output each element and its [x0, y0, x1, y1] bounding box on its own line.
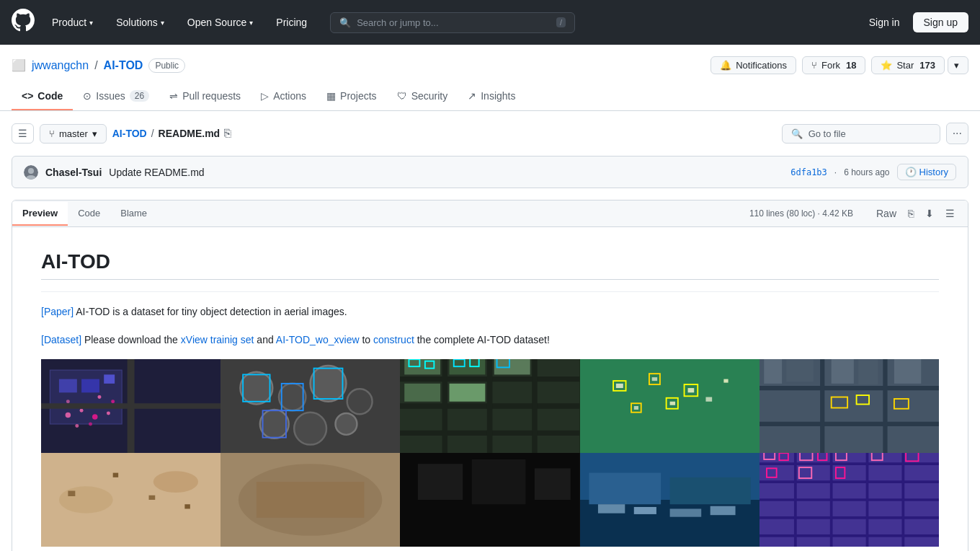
code-tab-preview[interactable]: Preview	[12, 202, 68, 226]
breadcrumb-file: README.md	[159, 128, 220, 139]
svg-rect-82	[113, 473, 118, 477]
svg-rect-53	[687, 388, 694, 392]
xview-link[interactable]: xView trainig set	[181, 334, 254, 345]
tab-insights[interactable]: ↗ Insights	[458, 83, 525, 110]
svg-point-26	[336, 413, 357, 435]
image-cell-7	[220, 453, 400, 547]
svg-rect-70	[786, 359, 813, 382]
svg-point-79	[59, 486, 113, 513]
star-button[interactable]: ⭐ Star 173	[871, 56, 945, 74]
repo-name[interactable]: AI-TOD	[104, 59, 143, 72]
commit-message: Update README.md	[109, 167, 204, 178]
search-box-container: 🔍 Search or jump to... /	[330, 12, 575, 33]
readme-content: AI-TOD [Paper] AI-TOD is a dataset for t…	[12, 227, 968, 551]
image-row-2	[41, 453, 939, 547]
svg-point-14	[66, 400, 70, 403]
code-tab-code[interactable]: Code	[68, 202, 110, 226]
image-cell-5	[760, 359, 939, 453]
svg-point-80	[153, 471, 198, 493]
svg-point-24	[260, 410, 289, 438]
svg-rect-81	[68, 491, 75, 496]
code-tab-blame[interactable]: Blame	[110, 202, 157, 226]
svg-rect-91	[472, 459, 526, 504]
download-button[interactable]: ⬇	[922, 206, 937, 221]
star-split-button[interactable]: ▾	[948, 56, 968, 74]
svg-rect-97	[598, 504, 625, 513]
svg-point-23	[347, 389, 373, 414]
sign-up-button[interactable]: Sign up	[913, 12, 968, 32]
svg-point-9	[80, 409, 84, 413]
paper-link[interactable]: [Paper]	[41, 306, 74, 317]
copy-raw-button[interactable]: ⎘	[905, 206, 917, 221]
history-button[interactable]: 🕐 History	[897, 164, 956, 180]
fork-button[interactable]: ⑂ Fork 18	[802, 56, 865, 74]
commit-time: ·	[834, 167, 837, 177]
chevron-down-icon: ▾	[249, 19, 253, 27]
svg-point-16	[97, 395, 101, 399]
svg-point-8	[66, 413, 71, 418]
commit-author[interactable]: Chasel-Tsui	[45, 167, 102, 178]
svg-rect-55	[669, 402, 674, 405]
dataset-link[interactable]: [Dataset]	[41, 334, 81, 345]
nav-open-source[interactable]: Open Source ▾	[182, 14, 259, 31]
chevron-down-icon: ▾	[89, 19, 93, 27]
list-view-button[interactable]: ☰	[943, 206, 958, 221]
copy-path-button[interactable]: ⎘	[224, 127, 231, 140]
nav-right-actions: Sign in Sign up	[862, 12, 968, 32]
tab-actions[interactable]: ▷ Actions	[251, 83, 316, 110]
tab-security[interactable]: 🛡 Security	[387, 83, 458, 110]
nav-pricing[interactable]: Pricing	[270, 14, 313, 31]
image-cell-9	[580, 453, 760, 547]
svg-rect-73	[894, 359, 921, 384]
sign-in-button[interactable]: Sign in	[862, 13, 907, 32]
branch-selector[interactable]: ⑂ master ▾	[40, 124, 107, 144]
commit-time-text: 6 hours ago	[844, 167, 889, 177]
commit-metadata: 6dfa1b3 · 6 hours ago 🕐 History	[790, 164, 956, 180]
nav-product[interactable]: Product ▾	[46, 14, 99, 31]
nav-bar: Product ▾ Solutions ▾ Open Source ▾ Pric…	[0, 0, 980, 45]
pr-icon: ⇌	[169, 90, 178, 102]
notifications-button[interactable]: 🔔 Notifications	[710, 56, 796, 74]
repo-actions: 🔔 Notifications ⑂ Fork 18 ⭐ Star 173 ▾	[710, 56, 968, 74]
history-icon: 🕐	[905, 167, 917, 177]
svg-point-13	[75, 424, 79, 428]
search-input[interactable]: 🔍 Search or jump to... /	[330, 12, 575, 33]
raw-button[interactable]: Raw	[873, 206, 899, 221]
svg-rect-98	[633, 507, 656, 514]
aitod-wo-xview-link[interactable]: AI-TOD_wo_xview	[276, 334, 360, 345]
tab-pull-requests[interactable]: ⇌ Pull requests	[159, 83, 251, 110]
breadcrumb-separator: /	[151, 128, 154, 139]
svg-rect-84	[184, 504, 190, 508]
image-cell-8	[400, 453, 579, 547]
svg-rect-51	[615, 384, 623, 388]
breadcrumb-repo-link[interactable]: AI-TOD	[112, 128, 147, 139]
svg-rect-43	[450, 384, 486, 402]
svg-rect-92	[535, 469, 571, 501]
image-cell-4	[580, 359, 760, 453]
svg-point-15	[111, 400, 115, 403]
commit-row: Chasel-Tsui Update README.md 6dfa1b3 · 6…	[12, 156, 968, 188]
tab-projects[interactable]: ▦ Projects	[316, 83, 387, 110]
svg-rect-88	[257, 482, 365, 518]
go-to-file-button[interactable]: 🔍 Go to file	[782, 124, 940, 144]
svg-rect-90	[418, 464, 463, 500]
github-logo[interactable]	[12, 9, 35, 36]
more-options-button[interactable]: ···	[946, 123, 968, 144]
svg-point-22	[311, 366, 347, 402]
svg-rect-54	[633, 406, 638, 410]
file-header: ☰ ⑂ master ▾ AI-TOD / README.md ⎘ 🔍 Go t…	[0, 111, 980, 156]
svg-rect-56	[705, 397, 712, 402]
svg-rect-71	[831, 359, 853, 384]
tab-code[interactable]: <> Code	[12, 83, 73, 110]
bell-icon: 🔔	[720, 60, 731, 71]
nav-solutions[interactable]: Solutions ▾	[110, 14, 170, 31]
commit-hash[interactable]: 6dfa1b3	[790, 167, 827, 177]
construct-link[interactable]: construct	[373, 334, 414, 345]
tab-issues[interactable]: ⊙ Issues 26	[73, 83, 159, 110]
projects-icon: ▦	[326, 90, 336, 102]
svg-rect-95	[589, 473, 661, 505]
repo-separator: /	[94, 59, 97, 72]
repo-owner[interactable]: jwwangchn	[32, 59, 89, 72]
breadcrumb: AI-TOD / README.md ⎘	[112, 127, 231, 140]
sidebar-toggle-button[interactable]: ☰	[12, 123, 34, 144]
